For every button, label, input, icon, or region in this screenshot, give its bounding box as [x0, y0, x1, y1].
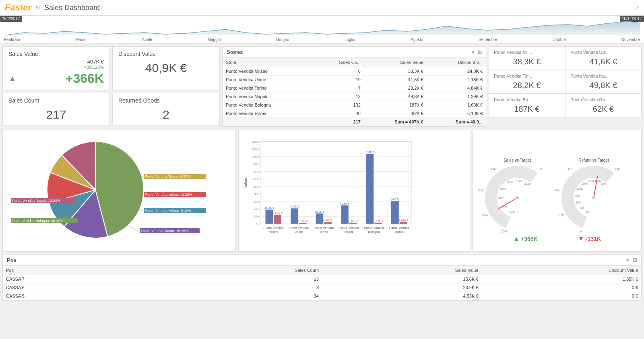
x-axis-label: Roma	[395, 230, 404, 234]
kpi-returned-label: Returned Goods	[118, 97, 214, 104]
bar-sales	[391, 201, 399, 224]
bar-discount-label: 1,29K €	[348, 220, 358, 223]
x-axis-label: Bologna	[368, 230, 380, 234]
sales-gauge-amount: +366K	[521, 236, 538, 242]
pos-col-value: Sales Value	[322, 266, 482, 275]
gauge-chart: Sales vs Target200K160K120K80K40K0240K28…	[477, 134, 638, 234]
kpi-sales-big: +366K	[66, 71, 104, 86]
kpi-returned-goods: Returned Goods 2	[112, 93, 220, 126]
store-name: Punto Vendita Roma	[223, 109, 314, 118]
gauge-outer-label: 0	[580, 230, 582, 233]
store-discount: 4,84K €	[427, 84, 486, 92]
bar-chart: 0K20K40K60K80K100K120K140K160K180K200K22…	[243, 134, 416, 246]
bar-sales-label: 38,3K €	[264, 206, 274, 209]
kpi-pct: +895,23%	[8, 65, 104, 70]
bar-sales-label: 187K €	[365, 151, 374, 154]
pos-value: 4,53K €	[322, 292, 482, 300]
kpi-row-1: Sales Value 407K € +895,23% ▲ +366K Disc…	[2, 46, 220, 90]
y-axis-label: 120K	[252, 177, 260, 181]
gauge-outer-label: 120K	[477, 189, 484, 192]
gauge-outer-label: 160K	[482, 214, 489, 217]
bar-sales-label: 49,8K €	[340, 202, 349, 205]
x-axis-label: Udine	[294, 230, 303, 234]
kpi-sales-count: Sales Count 217	[2, 93, 110, 126]
gauge-outer-label: 30K	[568, 167, 573, 170]
x-axis-label: Punto Vendita	[364, 226, 384, 230]
kpi-discount-amount: 40,9K €	[118, 61, 214, 75]
store-count: 40	[314, 109, 364, 118]
store-count: 6	[314, 67, 364, 76]
store-tile: Punto Vendita Mil...38,3K €	[489, 46, 565, 70]
store-count: 132	[314, 101, 364, 109]
store-name: Punto Vendita Udine	[223, 76, 314, 84]
pie-chart: Punto Vendita Napoli: 12,24%Punto Vendit…	[7, 134, 232, 246]
store-tile-name: Punto Vendita Na...	[570, 74, 636, 78]
x-axis-label: Punto Vendita	[263, 226, 283, 230]
pos-name: CASSA 6	[3, 284, 163, 292]
bar-sales-label: 41,6K €	[289, 205, 299, 208]
pos-table: Pos Sales Count Sales Value Discount Val…	[3, 266, 641, 300]
gauge-inner-label: 320K	[498, 196, 505, 199]
gauge-container: Sales vs Target200K160K120K80K40K0240K28…	[473, 129, 642, 252]
table-row: Punto Vendita Bologna132187K €1,63K €	[223, 101, 486, 109]
gauge-inner-label: 110K	[581, 182, 588, 185]
pos-value: 15,6K €	[322, 275, 482, 284]
filter-icon[interactable]: ▼	[471, 49, 475, 55]
gauge-values-row: ▲ +366K ▼ -131K	[477, 235, 637, 242]
store-tile: Punto Vendita Na...49,8K €	[565, 70, 642, 94]
refund-gauge-amount: -131K	[586, 236, 601, 242]
x-axis-label: Punto Vendita	[389, 226, 409, 230]
gauge-needle	[594, 176, 598, 198]
table-row: Punto Vendita Udine1941,6K €2,18K €	[223, 76, 486, 84]
store-discount: 1,29K €	[427, 92, 486, 101]
kpi-discount-value: Discount Value 40,9K €	[112, 46, 220, 90]
resize-icon[interactable]: ⤢	[635, 5, 639, 10]
refund-gauge-value: ▼ -131K	[578, 235, 601, 242]
pie-legend-label: Punto Vendita Napoli: 12,24%	[12, 199, 60, 203]
stores-header-icons: ▼ ⊞	[471, 49, 482, 55]
gauge-inner-label: 240K	[508, 211, 515, 214]
bar-sales	[366, 154, 374, 224]
pie-legend-label: Punto Vendita Udine: 10,23%	[145, 193, 192, 197]
gauge-outer-label: 80K	[491, 167, 496, 170]
table-row: Punto Vendita Napoli1349,8K €1,29K €	[223, 92, 486, 101]
gauge-inner-label: 90K	[575, 194, 580, 197]
y-axis-label: 200K	[252, 148, 260, 151]
gauge-inner-label: 360K	[500, 187, 507, 190]
pie-legend-label: Punto Vendita Bologna: 45,93%	[12, 219, 63, 223]
refund-arrow-icon: ▼	[578, 235, 584, 242]
stores-table-section: Stores ▼ ⊞ Store Sales Co... Sales Value…	[222, 46, 486, 127]
pos-section: Pos ▼ ⊞ Pos Sales Count Sales Value Disc…	[2, 254, 642, 301]
store-tile-value: 41,6K €	[570, 57, 636, 66]
store-discount: 24,8K €	[427, 67, 486, 76]
store-tile-value: 38,3K €	[494, 57, 560, 66]
store-tile-value: 62K €	[570, 105, 636, 114]
table-row: Punto Vendita Torino728,2K €4,84K €	[223, 84, 486, 92]
refresh-icon[interactable]: ↻	[35, 4, 40, 11]
kpi-amount: 407K €	[8, 59, 104, 65]
pos-count: 8	[163, 284, 322, 292]
y-axis-label: 160K	[252, 162, 260, 166]
pie-legend-label: Punto Vendita Roma: 15,25%	[141, 229, 188, 233]
gauge-outer-label: 50K	[615, 167, 620, 170]
x-axis-label: Punto Vendita	[314, 226, 334, 230]
col-store: Store	[223, 58, 314, 67]
gauge-outer-label: 200K	[501, 230, 508, 233]
kpi-count-label: Sales Count	[8, 97, 104, 104]
store-tile-name: Punto Vendita Ro...	[570, 97, 636, 102]
y-axis-label: 60K	[254, 200, 260, 203]
footer-value: Sum = 407K €	[364, 118, 427, 126]
grid-icon[interactable]: ⊞	[478, 49, 482, 55]
gauge-inner-label: 480K	[524, 183, 531, 186]
pos-grid-icon[interactable]: ⊞	[633, 257, 637, 263]
pos-filter-icon[interactable]: ▼	[625, 257, 630, 263]
bar-discount-label: 2,18K €	[298, 220, 308, 223]
bar-sales	[341, 205, 349, 224]
kpi-count-value: 217	[8, 108, 104, 121]
store-value: 28,2K €	[364, 84, 427, 92]
pos-discount: 0 €	[482, 284, 642, 292]
header-title: Sales Dashboard	[44, 4, 100, 12]
timeline-chart[interactable]	[4, 17, 640, 35]
store-tile: Punto Vendita Tor...28,2K €	[489, 70, 565, 94]
bar-sales	[316, 214, 324, 224]
